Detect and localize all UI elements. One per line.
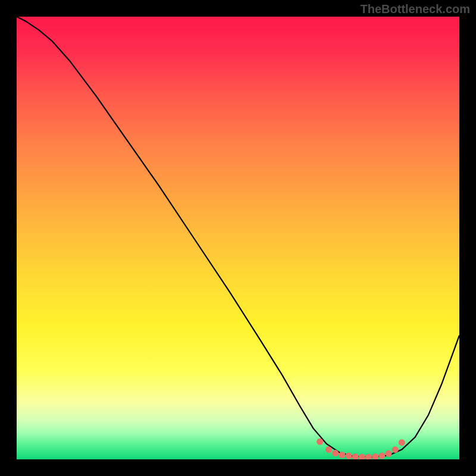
svg-point-11: [385, 450, 392, 457]
svg-point-8: [365, 454, 372, 459]
svg-point-3: [332, 450, 339, 456]
svg-point-13: [399, 439, 405, 446]
svg-point-5: [346, 453, 352, 459]
svg-point-12: [392, 446, 399, 453]
watermark-text: TheBottleneck.com: [361, 2, 470, 16]
plot-area: [17, 17, 459, 459]
svg-point-10: [378, 453, 385, 459]
svg-point-6: [352, 453, 359, 459]
highlight-dots: [317, 439, 405, 459]
svg-point-2: [325, 446, 332, 453]
main-curve: [17, 17, 459, 457]
svg-point-9: [372, 453, 378, 459]
curve-layer: [17, 17, 459, 459]
svg-point-1: [317, 439, 323, 445]
svg-point-7: [359, 454, 365, 459]
svg-point-4: [339, 452, 345, 458]
